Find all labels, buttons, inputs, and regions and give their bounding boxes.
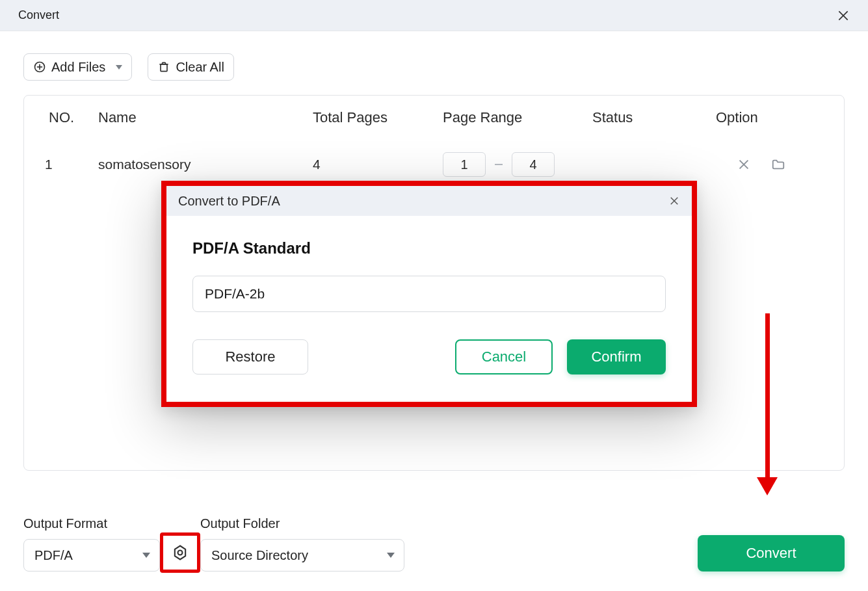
range-dash: [495, 164, 503, 165]
output-format-settings-button[interactable]: [164, 537, 196, 568]
cell-page-range: 1 4: [440, 152, 590, 177]
window-title: Convert: [18, 8, 59, 22]
cell-no: 1: [24, 157, 96, 172]
table-header: NO. Name Total Pages Page Range Status O…: [24, 96, 844, 140]
restore-button[interactable]: Restore: [192, 339, 308, 374]
output-format-label: Output Format: [23, 516, 160, 531]
output-folder-value: Source Directory: [211, 548, 308, 563]
pdfa-standard-select[interactable]: PDF/A-2b: [192, 276, 666, 312]
add-files-button[interactable]: Add Files: [23, 53, 132, 81]
svg-rect-5: [161, 64, 167, 72]
clear-all-label: Clear All: [176, 60, 224, 75]
dialog-actions: Restore Cancel Confirm: [192, 339, 666, 374]
pdfa-standard-label: PDF/A Standard: [192, 239, 666, 257]
column-status: Status: [590, 109, 713, 126]
output-folder-field: Output Folder Source Directory: [200, 516, 404, 571]
range-to-input[interactable]: 4: [512, 152, 555, 177]
chevron-down-icon: [387, 553, 395, 558]
dialog-header: Convert to PDF/A: [166, 186, 692, 216]
titlebar: Convert: [0, 0, 868, 31]
dialog-body: PDF/A Standard PDF/A-2b Restore Cancel C…: [166, 216, 692, 374]
cancel-button[interactable]: Cancel: [455, 339, 553, 374]
remove-row-icon[interactable]: [737, 157, 751, 172]
convert-button[interactable]: Convert: [698, 535, 845, 571]
column-total-pages: Total Pages: [310, 109, 440, 126]
cell-option: [713, 157, 844, 172]
column-name: Name: [96, 109, 310, 126]
output-format-select[interactable]: PDF/A: [23, 539, 160, 571]
column-option: Option: [713, 109, 844, 126]
close-icon[interactable]: [834, 7, 852, 25]
cell-name: somatosensory: [96, 157, 310, 172]
dialog-title: Convert to PDF/A: [178, 194, 280, 209]
cell-total-pages: 4: [310, 157, 440, 172]
range-from-input[interactable]: 1: [443, 152, 486, 177]
column-no: NO.: [24, 109, 96, 126]
footer: Output Format PDF/A Output Folder Source…: [23, 516, 845, 571]
output-folder-label: Output Folder: [200, 516, 404, 531]
chevron-down-icon: [116, 65, 122, 70]
toolbar: Add Files Clear All: [23, 53, 845, 81]
plus-circle-icon: [33, 60, 46, 73]
add-files-label: Add Files: [51, 60, 105, 75]
close-icon[interactable]: [668, 195, 680, 207]
column-page-range: Page Range: [440, 109, 590, 126]
output-folder-select[interactable]: Source Directory: [200, 539, 404, 571]
open-folder-icon[interactable]: [770, 157, 786, 172]
trash-icon: [157, 60, 170, 73]
svg-marker-8: [175, 546, 185, 560]
pdfa-settings-dialog: Convert to PDF/A PDF/A Standard PDF/A-2b…: [161, 181, 697, 407]
clear-all-button[interactable]: Clear All: [148, 53, 233, 81]
gear-icon: [171, 544, 189, 562]
chevron-down-icon: [142, 553, 150, 558]
confirm-button[interactable]: Confirm: [567, 339, 666, 374]
pdfa-standard-value: PDF/A-2b: [205, 286, 265, 302]
output-format-value: PDF/A: [34, 548, 73, 563]
svg-point-9: [178, 551, 183, 555]
annotation-highlight-gear: [160, 532, 200, 573]
output-format-field: Output Format PDF/A: [23, 516, 160, 571]
